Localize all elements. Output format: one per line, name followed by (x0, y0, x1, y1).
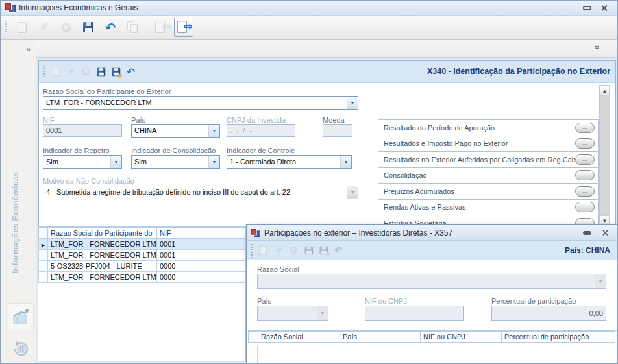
x340-title: X340 - Identificação da Participação no … (427, 67, 610, 76)
grid-column-header[interactable]: NIF (157, 228, 247, 239)
grid-cell[interactable]: LTM_FOR - FORNECEDOR LTM (48, 239, 157, 250)
indicador-consolidacao-value: Sim (132, 156, 208, 168)
chevron-down-icon[interactable] (347, 97, 358, 109)
chevron-double-right-icon[interactable]: » (26, 45, 31, 54)
indicador-controle-combo[interactable]: 1 - Controlada Direta (227, 155, 352, 169)
grid-cell[interactable]: LTM_FOR - FORNECEDOR LTM (48, 250, 157, 261)
section-row: Rendas Ativas e Passivas... (378, 200, 599, 216)
section-row: Consolidação... (378, 168, 599, 184)
close-icon[interactable] (600, 5, 608, 12)
delete-icon: × (80, 66, 92, 77)
dlg-nif-cnpj-field (365, 306, 464, 321)
x340-header: ✎×↶ X340 - Identificação da Participação… (39, 61, 615, 83)
grid-column-header[interactable]: Percentual de participação (502, 332, 615, 343)
row-header-cell[interactable]: ▶ (39, 239, 48, 250)
context-country-label: País: CHINA (565, 246, 617, 255)
chevron-down-icon[interactable] (208, 156, 219, 168)
dlg-razao-social-value (258, 274, 595, 288)
vertical-scrollbar[interactable]: ▲ ▼ (599, 85, 610, 226)
section-open-button[interactable]: ... (575, 202, 595, 212)
section-row: Resultados e Imposto Pago no Exterior... (378, 136, 599, 152)
save-all-icon[interactable] (110, 66, 121, 77)
chevron-double-down-icon[interactable]: » (593, 45, 602, 50)
grid-column-header[interactable]: País (340, 332, 421, 343)
grid-cell[interactable]: LTM_FOR - FORNECEDOR LTM (48, 272, 157, 283)
grid-row: ▶LTM_FOR - FORNECEDOR LTM0001 (39, 239, 247, 250)
grid-column-header[interactable]: NIF ou CNPJ (421, 332, 502, 343)
section-open-button[interactable]: ... (575, 138, 595, 149)
dlg-percentual-label: Percentual de participação (491, 297, 576, 305)
section-label: Rendas Ativas e Passivas (384, 203, 575, 211)
dlg-razao-social-combo (257, 274, 606, 289)
x357-title: Participações no exterior – Investidoras… (264, 228, 452, 237)
new-icon (50, 66, 62, 77)
chevron-down-icon[interactable] (110, 156, 121, 168)
grid-cell[interactable]: 0000 (157, 272, 247, 283)
grid-cell[interactable]: 0001 (157, 250, 247, 261)
new-record-icon (12, 18, 32, 37)
main-toolbar-icons: ✎×↶⇦⇨ (11, 18, 195, 37)
close-icon[interactable] (602, 230, 609, 236)
grid-row-header-column (248, 345, 258, 364)
grid-table: Razao Social do Participante doNIF▶LTM_F… (38, 227, 246, 283)
undo-changes-icon[interactable]: ↶ (101, 18, 120, 37)
row-header-cell[interactable] (39, 261, 48, 272)
economic-chart-icon[interactable] (8, 303, 34, 330)
indicador-controle-label: Indicador de Controle (227, 147, 295, 154)
minimize-icon[interactable] (583, 231, 591, 235)
section-row: Resultado do Período de Apuração... (378, 120, 599, 136)
grid-table: Razão SocialPaísNIF ou CNPJPercentual de… (248, 331, 615, 343)
pais-combo[interactable]: CHINA (131, 124, 220, 138)
toolbar-separator (147, 19, 147, 36)
x340-toolbar-grip[interactable] (43, 65, 45, 79)
section-label: Consolidação (384, 171, 575, 179)
edit-icon: ✎ (65, 66, 77, 77)
undo-icon: ↶ (332, 244, 344, 256)
x357-titlebar: Participações no exterior – Investidoras… (247, 225, 617, 241)
cancel-record-icon: × (56, 18, 76, 37)
grid-cell[interactable]: 0000 (157, 261, 247, 272)
main-toolbar: ✎×↶⇦⇨ (1, 16, 617, 40)
navigate-forward-icon[interactable]: ⇨ (174, 18, 193, 37)
row-header-cell[interactable] (39, 250, 48, 261)
grid-cell[interactable]: 5-OS2328-PFJ004 - LURITE (48, 261, 157, 272)
undo-icon[interactable]: ↶ (125, 66, 136, 77)
grid-cell[interactable]: 0001 (157, 239, 247, 250)
section-open-button[interactable]: ... (575, 170, 595, 180)
x357-toolbar-grip[interactable] (251, 243, 253, 258)
razao-social-value: LTM_FOR - FORNECEDOR LTM (43, 97, 347, 109)
chevron-down-icon (347, 186, 358, 199)
razao-social-combo[interactable]: LTM_FOR - FORNECEDOR LTM (43, 96, 358, 110)
pais-label: País (131, 116, 145, 124)
save-icon[interactable] (95, 66, 106, 77)
minimize-icon[interactable] (583, 6, 591, 10)
grid-column-header[interactable]: Razão Social (258, 332, 340, 343)
indicador-repetro-combo[interactable]: Sim (43, 155, 122, 169)
section-open-button[interactable]: ... (575, 123, 595, 133)
scroll-up-icon[interactable]: ▲ (600, 86, 610, 96)
section-open-button[interactable]: ... (575, 154, 595, 165)
cnpj-field: . . / - (227, 124, 295, 137)
grid-column-header[interactable]: Razao Social do Participante do (48, 228, 157, 239)
chevron-down-icon[interactable] (208, 125, 219, 137)
x357-toolbar-icons: ✶✎×↶ (256, 243, 346, 258)
grid-corner-cell (39, 228, 48, 239)
moeda-field (323, 124, 352, 137)
indicador-controle-value: 1 - Controlada Direta (227, 156, 340, 168)
grid-corner-cell (249, 332, 258, 343)
indicador-consolidacao-combo[interactable]: Sim (131, 155, 220, 169)
motivo-combo: 4 - Submetida a regime de tributação def… (43, 186, 358, 199)
x357-dialog: Participações no exterior – Investidoras… (246, 224, 617, 364)
section-label: Resultados e Imposto Pago no Exterior (384, 140, 575, 147)
collapsed-panel-strip: » (36, 40, 618, 58)
section-open-button[interactable]: ... (575, 186, 595, 197)
economic-cycle-icon[interactable] (9, 337, 32, 360)
dlg-pais-value (258, 306, 317, 320)
chevron-down-icon[interactable] (340, 156, 351, 168)
razao-social-label: Razao Social do Participante do Exterior (43, 88, 171, 95)
grid-row: 5-OS2328-PFJ004 - LURITE0000 (39, 261, 247, 272)
row-header-cell[interactable] (39, 272, 48, 283)
save-record-icon[interactable] (79, 18, 98, 37)
toolbar-grip[interactable] (5, 20, 7, 34)
x340-grid: Razao Social do Participante doNIF▶LTM_F… (38, 226, 246, 361)
